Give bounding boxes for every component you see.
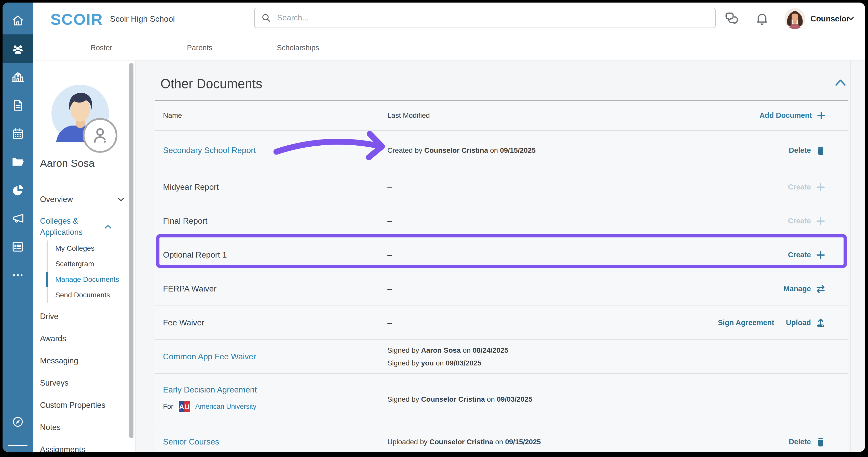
nav-scattergram[interactable]: Scattergram [48, 256, 123, 272]
row-actions: Manage [783, 283, 826, 294]
delete-button[interactable]: Delete [789, 145, 826, 156]
user-role-label[interactable]: Counselor [810, 14, 849, 24]
search-icon [261, 12, 272, 23]
reports-pie-icon[interactable] [3, 176, 33, 204]
plus-icon [816, 110, 826, 121]
nav-overview[interactable]: Overview [40, 192, 125, 207]
collapse-section-chevron-up-icon[interactable] [834, 77, 847, 87]
column-header-name: Name [163, 111, 388, 120]
plus-icon [815, 181, 826, 193]
nav-manage-documents[interactable]: Manage Documents [48, 272, 123, 287]
plus-icon [815, 216, 826, 227]
modified-text: Uploaded by Counselor Cristina on 09/15/… [388, 438, 789, 446]
top-bar: SCOIR Scoir High School Counselor [33, 3, 865, 35]
table-row: Early Decision Agreement For AU American… [155, 373, 848, 425]
student-sidebar: Aaron Sosa Overview Colleges & Applicati… [33, 60, 135, 452]
search-bar[interactable] [254, 8, 716, 28]
modified-text: Created by Counselor Cristina on 09/15/2… [388, 146, 789, 154]
nav-notes[interactable]: Notes [40, 420, 125, 435]
last-modified-cell: – [388, 250, 788, 260]
calendar-icon[interactable] [3, 119, 33, 148]
home-icon[interactable] [3, 6, 33, 34]
add-document-button[interactable]: Add Document [760, 110, 826, 121]
svg-text:U: U [184, 403, 189, 411]
explore-compass-icon[interactable] [3, 407, 33, 436]
document-link[interactable]: Common App Fee Waiver [163, 352, 388, 361]
chevron-down-icon[interactable] [847, 16, 855, 22]
drive-folder-icon[interactable] [3, 148, 33, 176]
table-row: Fee Waiver – Sign AgreementUpload [155, 306, 848, 339]
table-row: Optional Report 1 – Create [155, 238, 848, 272]
last-modified-cell: – [388, 182, 788, 192]
counselor-avatar[interactable] [784, 8, 805, 29]
students-icon[interactable] [3, 34, 33, 63]
announcements-megaphone-icon[interactable] [3, 204, 33, 233]
document-name: FERPA Waiver [163, 284, 388, 293]
row-actions: Delete [789, 145, 826, 156]
documents-table: Name Last Modified Add Document Secondar… [155, 100, 848, 452]
student-nav: Overview Colleges & Applications My Coll… [33, 60, 135, 452]
documents-icon[interactable] [3, 91, 33, 119]
notifications-bell-icon[interactable] [754, 11, 770, 27]
table-row: Midyear Report – Create [155, 170, 848, 204]
table-row: Common App Fee Waiver Signed by Aaron So… [155, 339, 848, 373]
nav-awards[interactable]: Awards [40, 331, 125, 347]
svg-text:A: A [179, 403, 184, 411]
nav-send-documents[interactable]: Send Documents [48, 287, 123, 303]
document-name: Midyear Report [163, 182, 388, 192]
school-icon[interactable] [3, 63, 33, 91]
scoir-logo[interactable]: SCOIR [51, 10, 103, 28]
table-row: Secondary School Report Created by Couns… [155, 130, 848, 170]
document-link[interactable]: Early Decision Agreement [163, 385, 388, 395]
table-row: FERPA Waiver – Manage [155, 272, 848, 306]
scoir-app-window: SCOIR Scoir High School Counselor [3, 3, 865, 452]
nav-colleges-applications[interactable]: Colleges & Applications [40, 215, 125, 238]
no-date-dash: – [388, 284, 783, 293]
last-modified-cell: Created by Counselor Cristina on 09/15/2… [388, 146, 789, 154]
table-row: Senior Courses Uploaded by Counselor Cri… [155, 425, 848, 452]
no-date-dash: – [388, 318, 718, 327]
document-name: Final Report [163, 216, 388, 226]
row-actions: Create [788, 250, 826, 261]
school-name: Scoir High School [110, 14, 175, 24]
tab-scholarships[interactable]: Scholarships [277, 44, 319, 52]
college-link[interactable]: American University [195, 403, 256, 410]
main-content: Other Documents Name Last Modified Add D… [135, 60, 865, 452]
tab-roster[interactable]: Roster [90, 44, 112, 52]
upload-button[interactable]: Upload [786, 317, 826, 329]
column-header-last-modified: Last Modified [388, 111, 760, 120]
nav-my-colleges[interactable]: My Colleges [48, 240, 123, 256]
last-modified-cell: Signed by Aaron Sosa on 08/24/2025Signed… [388, 346, 826, 367]
document-link[interactable]: Senior Courses [163, 437, 388, 447]
document-link[interactable]: Secondary School Report [163, 146, 388, 155]
nav-surveys[interactable]: Surveys [40, 375, 125, 391]
rail-divider [8, 445, 28, 446]
page-title: Other Documents [160, 76, 262, 91]
nav-custom-properties[interactable]: Custom Properties [40, 397, 125, 413]
search-input[interactable] [277, 13, 709, 23]
manage-button[interactable]: Manage [783, 283, 826, 294]
last-modified-cell: – [388, 216, 788, 226]
messages-icon[interactable] [724, 11, 739, 27]
delete-button[interactable]: Delete [789, 436, 826, 448]
assignment-list-icon[interactable] [3, 233, 33, 261]
college-logo: AU [178, 400, 191, 413]
no-date-dash: – [388, 216, 788, 226]
swap-icon [815, 283, 826, 294]
table-row: Final Report – Create [155, 204, 848, 238]
nav-assignments[interactable]: Assignments [40, 442, 125, 452]
create-button[interactable]: Create [788, 250, 826, 261]
more-ellipsis-icon[interactable] [3, 261, 33, 289]
nav-messaging[interactable]: Messaging [40, 353, 125, 369]
tab-parents[interactable]: Parents [187, 44, 212, 52]
trash-icon [815, 436, 826, 448]
last-modified-cell: Signed by Counselor Cristina on 09/03/20… [388, 395, 826, 403]
row-actions: Delete [789, 436, 826, 448]
chevron-up-icon [104, 224, 112, 230]
modified-text: Signed by you on 09/03/2025 [388, 359, 826, 367]
sign-agreement-button[interactable]: Sign Agreement [718, 318, 774, 327]
nav-drive[interactable]: Drive [40, 309, 125, 324]
sidebar-scrollbar[interactable] [129, 63, 133, 438]
plus-icon [815, 250, 826, 261]
table-header-row: Name Last Modified Add Document [155, 101, 848, 130]
